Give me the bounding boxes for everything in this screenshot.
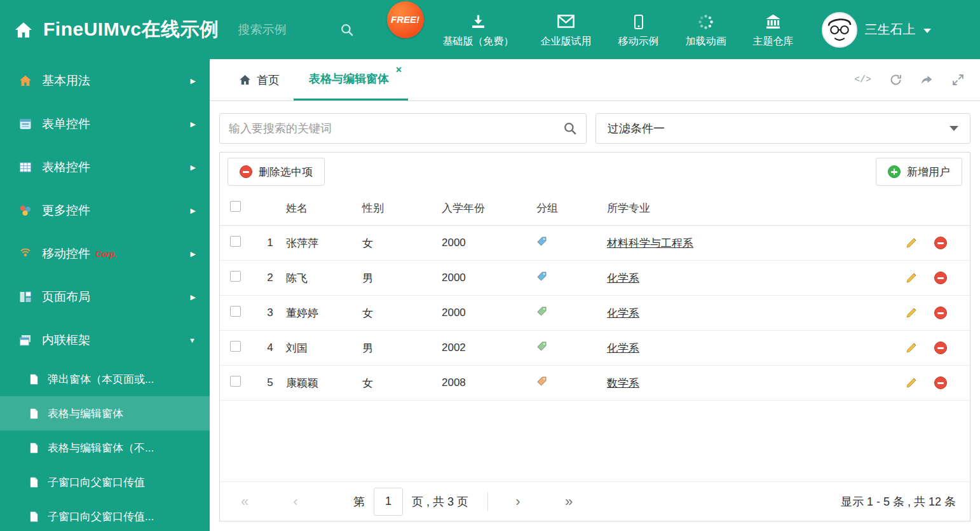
filter-row: 过滤条件一 [219, 113, 970, 144]
free-badge: FREE! [387, 1, 424, 38]
header-action-mobile-demo[interactable]: 移动示例 [618, 11, 659, 48]
mobile-icon [631, 11, 646, 31]
page-number-input[interactable] [374, 488, 403, 516]
file-icon [29, 477, 39, 488]
sidebar-item-label: 更多控件 [42, 202, 180, 219]
cell-year: 2002 [442, 341, 534, 354]
delete-selected-button[interactable]: 删除选中项 [228, 158, 325, 186]
row-checkbox[interactable] [230, 376, 241, 387]
table-row: 5 康颖颖 女 2008 数学系 [220, 366, 970, 401]
grid-panel: 删除选中项 新增用户 姓名 性别 入学年份 分组 [219, 152, 970, 521]
fullscreen-icon[interactable] [951, 73, 965, 86]
refresh-icon[interactable] [889, 73, 902, 86]
major-link[interactable]: 化学系 [607, 342, 639, 354]
delete-row-icon[interactable] [934, 376, 947, 389]
sidebar-item-label: 移动控件 Corp. [42, 245, 180, 262]
app-window: FineUIMvc在线示例 FREE! 基础版（免费） 企业版试用 [0, 0, 980, 531]
cell-name: 康颖颖 [286, 376, 362, 390]
header-search-input[interactable] [238, 23, 334, 37]
table-row: 4 刘国 男 2002 化学系 [220, 331, 970, 366]
header-action-loading-animation[interactable]: 加载动画 [686, 11, 726, 48]
row-checkbox[interactable] [230, 341, 241, 352]
cell-year: 2000 [442, 307, 534, 319]
row-checkbox[interactable] [230, 306, 241, 317]
chevron-right-icon: ▶ [191, 207, 196, 215]
header-action-enterprise-trial[interactable]: 企业版试用 [541, 11, 592, 48]
home-tab-icon [239, 74, 251, 86]
sidebar-item-iframe[interactable]: 内联框架 ▼ [0, 319, 210, 362]
tab-home[interactable]: 首页 [225, 59, 294, 100]
tab-bar: 首页 表格与编辑窗体 × </> [210, 59, 980, 101]
sidebar-subitem-popup-window[interactable]: 弹出窗体（本页面或... [0, 362, 210, 396]
first-page-button[interactable]: « [234, 493, 255, 510]
column-header-major: 所学专业 [607, 201, 895, 216]
file-icon [29, 374, 39, 385]
page-label-prefix: 第 [353, 494, 365, 509]
major-link[interactable]: 化学系 [607, 272, 639, 284]
tab-toolbar: </> [854, 73, 974, 86]
keyword-search-input[interactable] [229, 122, 558, 135]
sidebar-item-grid-controls[interactable]: 表格控件 ▶ [0, 146, 210, 189]
search-icon[interactable] [563, 121, 577, 135]
select-all-checkbox[interactable] [230, 201, 241, 212]
chevron-down-icon: ▼ [189, 336, 196, 344]
source-code-icon[interactable]: </> [854, 74, 871, 85]
header-action-theme-store[interactable]: 主题仓库 [753, 11, 794, 48]
delete-row-icon[interactable] [934, 307, 947, 319]
grid-toolbar: 删除选中项 新增用户 [220, 153, 970, 191]
sidebar-item-label: 内联框架 [42, 332, 179, 348]
keyword-search-box [219, 113, 587, 144]
sidebar-item-mobile-controls[interactable]: 移动控件 Corp. ▶ [0, 232, 210, 275]
table-icon [19, 161, 32, 174]
delete-row-icon[interactable] [934, 272, 947, 284]
cell-gender: 男 [362, 271, 442, 286]
cell-gender: 女 [362, 236, 442, 251]
edit-pencil-icon[interactable] [905, 272, 918, 284]
cell-gender: 男 [362, 341, 442, 355]
download-icon [470, 11, 487, 31]
edit-pencil-icon[interactable] [905, 341, 918, 354]
cell-name: 刘国 [286, 341, 362, 355]
header-action-basic-edition[interactable]: 基础版（免费） [443, 11, 514, 48]
add-user-button[interactable]: 新增用户 [876, 158, 962, 186]
user-menu[interactable]: 三生石上 [822, 12, 931, 48]
sidebar-subitem-child-to-parent[interactable]: 子窗口向父窗口传值 [0, 465, 210, 499]
share-icon[interactable] [920, 73, 934, 86]
chevron-down-icon [949, 126, 958, 131]
prev-page-button[interactable]: ‹ [285, 493, 306, 510]
edit-pencil-icon[interactable] [905, 237, 918, 249]
delete-row-icon[interactable] [934, 237, 947, 249]
major-link[interactable]: 化学系 [607, 307, 639, 319]
sidebar-item-page-layout[interactable]: 页面布局 ▶ [0, 275, 210, 319]
major-link[interactable]: 材料科学与工程系 [607, 237, 693, 249]
filter-dropdown[interactable]: 过滤条件一 [595, 113, 970, 144]
pagination-bar: « ‹ 第 页 , 共 3 页 › » 显示 1 - 5 条 , 共 12 条 [220, 481, 970, 521]
sidebar-subitem-grid-edit-window[interactable]: 表格与编辑窗体 [0, 396, 210, 431]
search-icon[interactable] [340, 23, 354, 37]
close-icon[interactable]: × [396, 65, 402, 75]
row-checkbox[interactable] [230, 271, 241, 282]
major-link[interactable]: 数学系 [607, 377, 639, 389]
plus-circle-icon [888, 165, 901, 178]
delete-row-icon[interactable] [934, 341, 947, 354]
home-icon[interactable] [14, 20, 33, 39]
envelope-icon [557, 11, 575, 31]
header-action-label: 企业版试用 [541, 35, 592, 48]
sidebar-item-basic-usage[interactable]: 基本用法 ▶ [0, 59, 210, 102]
sidebar-item-label: 表单控件 [42, 116, 180, 132]
row-checkbox[interactable] [230, 236, 241, 247]
next-page-button[interactable]: › [507, 493, 529, 510]
edit-pencil-icon[interactable] [905, 307, 918, 319]
cell-year: 2000 [442, 237, 534, 249]
edit-pencil-icon[interactable] [905, 376, 918, 389]
sidebar-item-more-controls[interactable]: 更多控件 ▶ [0, 189, 210, 232]
sidebar-item-form-controls[interactable]: 表单控件 ▶ [0, 102, 210, 146]
sidebar-subitem-grid-edit-window-no[interactable]: 表格与编辑窗体（不... [0, 431, 210, 465]
chevron-down-icon [923, 29, 931, 33]
sidebar-subitem-child-to-parent-2[interactable]: 子窗口向父窗口传值... [0, 499, 210, 531]
table-row: 1 张萍萍 女 2000 材料科学与工程系 [220, 226, 970, 261]
last-page-button[interactable]: » [558, 493, 580, 510]
tab-label: 首页 [257, 72, 280, 88]
filter-dropdown-value: 过滤条件一 [608, 121, 665, 136]
tab-grid-edit-window[interactable]: 表格与编辑窗体 × [294, 59, 408, 100]
